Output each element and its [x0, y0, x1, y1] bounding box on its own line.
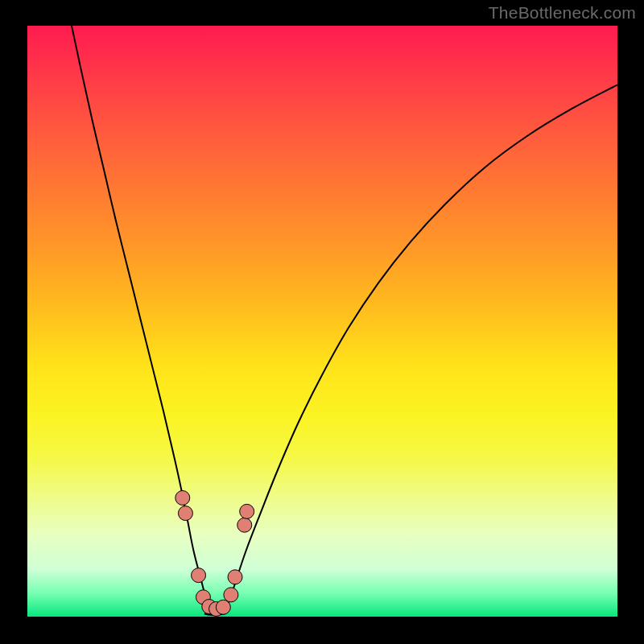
data-marker — [224, 588, 238, 602]
data-marker — [237, 518, 252, 532]
watermark-text: TheBottleneck.com — [489, 3, 636, 23]
data-marker — [240, 504, 254, 518]
chart-frame: TheBottleneck.com — [0, 0, 644, 644]
plot-area — [27, 26, 617, 617]
data-marker — [228, 570, 242, 584]
data-marker — [192, 568, 206, 583]
chart-markers — [27, 26, 617, 617]
data-marker — [175, 490, 190, 505]
data-marker — [178, 506, 192, 521]
data-marker — [216, 600, 230, 614]
